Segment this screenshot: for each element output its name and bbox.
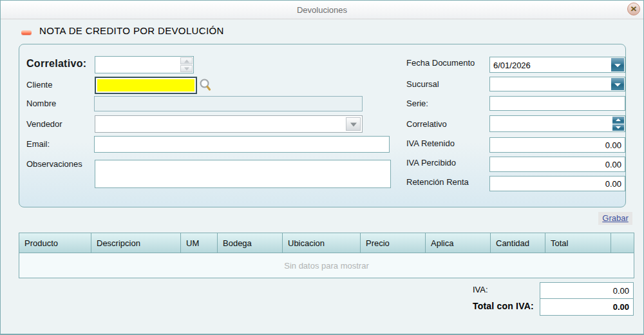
- retencion-renta-label: Retención Renta: [406, 177, 469, 187]
- observaciones-label: Observaciones: [26, 159, 82, 169]
- minus-icon: [21, 30, 32, 35]
- fecha-documento-label: Fecha Documento: [406, 58, 475, 68]
- serie-input[interactable]: [489, 96, 625, 111]
- correlativo-spinner[interactable]: [180, 57, 193, 72]
- email-label: Email:: [26, 139, 50, 149]
- arrow-down-icon: [184, 67, 189, 70]
- arrow-up-icon: [616, 119, 621, 121]
- chevron-down-icon: [614, 83, 621, 86]
- table-header-row: Producto Descripcion UM Bodega Ubicacion…: [19, 233, 634, 253]
- arrow-down-icon: [616, 126, 621, 129]
- correlativo2-spinner[interactable]: [612, 117, 624, 131]
- observaciones-textarea[interactable]: [95, 160, 391, 188]
- email-input[interactable]: [94, 136, 390, 153]
- sucursal-dropdown-button[interactable]: [611, 78, 624, 90]
- correlativo-input[interactable]: [95, 56, 194, 73]
- devoluciones-window: Devoluciones ✕ NOTA DE CREDITO POR DEVOL…: [0, 0, 644, 335]
- spin-up-button[interactable]: [180, 57, 193, 64]
- close-button[interactable]: ✕: [627, 3, 640, 15]
- spin-up-button[interactable]: [612, 117, 624, 124]
- chevron-down-icon: [350, 122, 357, 126]
- column-header-um[interactable]: UM: [181, 233, 218, 253]
- column-header-producto[interactable]: Producto: [19, 233, 91, 253]
- sucursal-select[interactable]: [489, 77, 625, 91]
- table-empty-message: Sin datos para mostrar: [19, 253, 634, 278]
- iva-retenido-input[interactable]: [489, 137, 625, 153]
- correlativo2-label: Correlativo: [406, 119, 447, 129]
- search-icon[interactable]: [198, 78, 213, 93]
- column-header-total[interactable]: Total: [545, 233, 611, 253]
- section-title: NOTA DE CREDITO POR DEVOLUCIÓN: [39, 25, 224, 36]
- iva-total-label: IVA:: [473, 285, 488, 294]
- vendedor-label: Vendedor: [26, 119, 62, 129]
- column-header-aplica[interactable]: Aplica: [426, 233, 491, 253]
- correlativo-label: Correlativo:: [26, 57, 86, 70]
- column-header-empty: [611, 233, 634, 253]
- cliente-label: Cliente: [26, 80, 52, 90]
- products-table: Producto Descripcion UM Bodega Ubicacion…: [19, 233, 634, 278]
- spin-down-button[interactable]: [612, 124, 624, 131]
- total-con-iva-label: Total con IVA:: [473, 301, 534, 311]
- iva-retenido-label: IVA Retenido: [406, 139, 455, 149]
- vendedor-dropdown-button[interactable]: [346, 117, 361, 131]
- sucursal-label: Sucursal: [406, 79, 439, 90]
- column-header-descripcion[interactable]: Descripcion: [91, 233, 181, 253]
- window-title: Devoluciones: [1, 5, 643, 15]
- chevron-down-icon: [614, 64, 621, 67]
- iva-total-input[interactable]: [540, 282, 634, 299]
- fecha-documento-value: 6/01/2026: [493, 60, 531, 70]
- correlativo2-input[interactable]: [489, 115, 625, 132]
- total-con-iva-input[interactable]: [540, 298, 634, 316]
- close-icon: ✕: [628, 4, 639, 14]
- grabar-label: Grabar: [602, 213, 628, 223]
- spin-down-button[interactable]: [180, 65, 193, 72]
- serie-label: Serie:: [406, 99, 428, 109]
- arrow-up-icon: [184, 59, 189, 62]
- nombre-label: Nombre: [26, 99, 56, 109]
- vendedor-select[interactable]: [95, 115, 363, 133]
- retencion-renta-input[interactable]: [489, 176, 625, 191]
- cliente-input[interactable]: [95, 77, 197, 94]
- column-header-precio[interactable]: Precio: [361, 233, 426, 253]
- grabar-button[interactable]: Grabar: [598, 212, 632, 225]
- iva-percibido-input[interactable]: [489, 157, 625, 172]
- fecha-dropdown-button[interactable]: [611, 58, 624, 72]
- iva-percibido-label: IVA Percibido: [406, 158, 456, 168]
- nombre-input[interactable]: [94, 96, 363, 111]
- column-header-bodega[interactable]: Bodega: [218, 233, 283, 253]
- column-header-cantidad[interactable]: Cantidad: [491, 233, 545, 253]
- titlebar: Devoluciones ✕: [1, 1, 643, 19]
- cliente-highlight[interactable]: [97, 79, 194, 91]
- column-header-ubicacion[interactable]: Ubicacion: [283, 233, 361, 253]
- fecha-documento-select[interactable]: 6/01/2026: [489, 57, 625, 73]
